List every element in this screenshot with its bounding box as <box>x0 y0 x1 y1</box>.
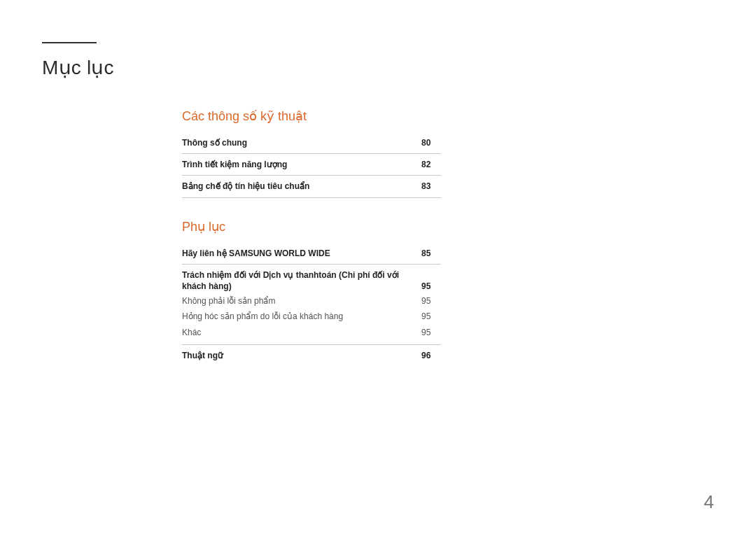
toc-subentry[interactable]: Hỏng hóc sản phẩm do lỗi của khách hàng … <box>182 309 441 324</box>
page-number: 4 <box>704 491 714 513</box>
toc-entry[interactable]: Bảng chế độ tín hiệu tiêu chuẩn 83 <box>182 176 441 197</box>
section-heading-specs: Các thông số kỹ thuật <box>182 108 441 124</box>
toc-entry[interactable]: Trình tiết kiệm năng lượng 82 <box>182 154 441 176</box>
toc-page: 95 <box>421 281 441 292</box>
section-heading-appendix: Phụ lục <box>182 219 441 234</box>
title-rule <box>42 42 97 43</box>
toc-page: 95 <box>421 295 441 307</box>
toc-column: Các thông số kỹ thuật Thông số chung 80 … <box>182 108 441 366</box>
toc-entry[interactable]: Hãy liên hệ SAMSUNG WORLD WIDE 85 <box>182 243 441 265</box>
toc-label: Không phải lỗi sản phẩm <box>182 295 421 307</box>
toc-label: Thuật ngữ <box>182 350 421 361</box>
toc-entry[interactable]: Trách nhiệm đối với Dịch vụ thanhtoán (C… <box>182 265 441 293</box>
toc-page: 96 <box>421 350 441 361</box>
toc-page: 95 <box>421 311 441 322</box>
toc-label: Trách nhiệm đối với Dịch vụ thanhtoán (C… <box>182 269 421 292</box>
toc-entry[interactable]: Thông số chung 80 <box>182 132 441 154</box>
toc-label: Bảng chế độ tín hiệu tiêu chuẩn <box>182 181 421 192</box>
toc-label: Trình tiết kiệm năng lượng <box>182 159 421 170</box>
toc-label: Hãy liên hệ SAMSUNG WORLD WIDE <box>182 248 421 259</box>
toc-subentry[interactable]: Không phải lỗi sản phẩm 95 <box>182 293 441 309</box>
toc-label: Hỏng hóc sản phẩm do lỗi của khách hàng <box>182 311 421 322</box>
toc-label: Khác <box>182 327 421 338</box>
page-title: Mục lục <box>42 56 714 79</box>
page: Mục lục Các thông số kỹ thuật Thông số c… <box>0 0 756 534</box>
toc-page: 82 <box>421 159 441 170</box>
toc-subentry[interactable]: Khác 95 <box>182 325 441 340</box>
toc-entry-group: Trách nhiệm đối với Dịch vụ thanhtoán (C… <box>182 265 441 345</box>
toc-page: 95 <box>421 327 441 338</box>
toc-entry[interactable]: Thuật ngữ 96 <box>182 345 441 366</box>
toc-page: 83 <box>421 181 441 192</box>
toc-page: 85 <box>421 248 441 259</box>
toc-page: 80 <box>421 137 441 148</box>
toc-label: Thông số chung <box>182 137 421 148</box>
